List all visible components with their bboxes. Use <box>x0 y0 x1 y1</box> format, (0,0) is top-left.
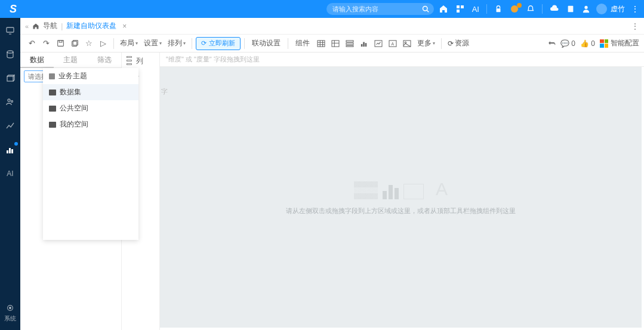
refresh-button[interactable]: ⟳立即刷新 <box>196 37 241 50</box>
arrange-dropdown[interactable]: 排列▾ <box>165 37 188 50</box>
svg-rect-25 <box>346 43 353 45</box>
resource-button[interactable]: ⟳资源 <box>445 37 472 50</box>
component-button[interactable]: 组件 <box>292 38 313 48</box>
star-icon[interactable]: ☆ <box>82 37 95 50</box>
nav-ai-icon[interactable]: AI <box>2 166 18 181</box>
svg-point-12 <box>11 101 13 103</box>
folder-icon <box>49 106 56 112</box>
svg-rect-6 <box>568 6 574 13</box>
svg-rect-2 <box>461 5 464 8</box>
tab-close-icon[interactable]: × <box>122 22 127 30</box>
ai-icon[interactable]: AI <box>472 5 479 14</box>
widget-table-icon[interactable] <box>315 37 328 50</box>
user-area[interactable]: 虚竹 <box>596 4 625 14</box>
nav-monitor-icon[interactable] <box>2 23 18 38</box>
share-icon[interactable] <box>566 5 575 13</box>
link-settings-button[interactable]: 联动设置 <box>248 38 284 48</box>
widget-kpi-icon[interactable] <box>372 37 385 50</box>
svg-rect-28 <box>363 42 365 47</box>
crumb-nav[interactable]: 导航 <box>43 21 57 31</box>
canvas-hint: 请从左侧双击或拖拽字段到上方区域或这里，或者从顶部工具栏拖拽组件到这里 <box>286 206 516 215</box>
widget-list-icon[interactable] <box>343 37 356 50</box>
more-icon[interactable]: ⋮ <box>631 4 639 14</box>
alert-icon[interactable] <box>510 4 519 14</box>
undo-icon[interactable]: ↶ <box>25 37 38 50</box>
logo[interactable]: S <box>5 1 21 17</box>
tab-data[interactable]: 数据 <box>20 53 54 68</box>
bell-icon[interactable] <box>526 5 535 13</box>
comment-count[interactable]: 💬 0 <box>560 39 575 48</box>
canvas[interactable]: A 请从左侧双击或拖拽字段到上方区域或这里，或者从顶部工具栏拖拽组件到这里 <box>160 67 642 328</box>
svg-rect-10 <box>7 76 13 81</box>
nav-db-icon[interactable] <box>2 47 18 62</box>
nav-people-icon[interactable] <box>2 94 18 110</box>
username: 虚竹 <box>611 4 625 14</box>
redo-icon[interactable]: ↷ <box>39 37 53 50</box>
svg-rect-29 <box>365 43 367 47</box>
cloud-icon[interactable] <box>550 5 559 13</box>
play-icon[interactable]: ▷ <box>97 37 110 50</box>
dataset-tree-popup: 业务主题 数据集 公共空间 我的空间 <box>43 68 138 240</box>
folder-icon <box>49 122 56 128</box>
tree-public-space[interactable]: 公共空间 <box>43 100 138 116</box>
home-icon[interactable] <box>32 23 39 30</box>
user-icon[interactable] <box>582 5 590 13</box>
widget-image-icon[interactable] <box>400 37 414 50</box>
topbar: S AI 虚竹 ⋮ <box>0 0 644 18</box>
breadcrumb: « 导航 | 新建自助仪表盘 × ⋮ <box>20 18 644 35</box>
svg-rect-4 <box>497 8 501 12</box>
config-col[interactable]: ⫿⫿⫿ 列 <box>122 53 159 69</box>
smart-config-button[interactable]: 智能配置 <box>600 38 639 48</box>
save-icon[interactable] <box>54 37 67 50</box>
left-panel-tabs: 数据 主题 筛选 <box>20 53 121 68</box>
nav-cube-icon[interactable] <box>2 70 18 86</box>
side-tag: 字 <box>161 87 168 96</box>
widget-text-icon[interactable]: A <box>386 37 399 50</box>
home-icon[interactable] <box>439 4 448 14</box>
settings-dropdown[interactable]: 设置▾ <box>141 37 164 50</box>
tree-business-topic[interactable]: 业务主题 <box>43 68 138 84</box>
nav-bar-chart-icon[interactable] <box>2 142 18 158</box>
lock-icon[interactable] <box>494 5 503 13</box>
svg-rect-13 <box>7 150 8 153</box>
canvas-wrapper: "维度" 或 "度量" 字段拖拽到这里 A 请从左侧双击或拖拽字段到上方区域或这… <box>160 53 644 330</box>
nav-line-chart-icon[interactable] <box>2 118 18 134</box>
drop-hint-bar[interactable]: "维度" 或 "度量" 字段拖拽到这里 <box>160 53 644 67</box>
save-as-icon[interactable] <box>68 37 81 50</box>
tree-my-space[interactable]: 我的空间 <box>43 116 138 132</box>
svg-rect-26 <box>346 45 353 47</box>
folder-icon <box>49 90 56 95</box>
node-icon <box>49 73 55 79</box>
svg-point-34 <box>405 42 406 44</box>
avatar <box>596 4 607 14</box>
global-search-input[interactable] <box>326 3 434 15</box>
widget-bar-chart-icon[interactable] <box>358 37 371 50</box>
svg-rect-18 <box>57 41 63 47</box>
tab-theme[interactable]: 主题 <box>54 53 87 68</box>
svg-rect-8 <box>7 27 14 32</box>
svg-point-7 <box>584 6 587 9</box>
svg-point-0 <box>423 7 427 11</box>
svg-rect-27 <box>361 44 363 46</box>
crumb-current[interactable]: 新建自助仪表盘 <box>66 21 116 31</box>
svg-rect-23 <box>332 40 339 46</box>
svg-rect-3 <box>457 10 460 13</box>
svg-point-11 <box>8 99 10 101</box>
nav-system[interactable]: 系统 <box>4 304 16 323</box>
more-dropdown[interactable]: 更多▾ <box>415 37 437 50</box>
tab-filter[interactable]: 筛选 <box>88 53 121 68</box>
svg-rect-24 <box>346 40 353 42</box>
svg-rect-15 <box>11 149 13 153</box>
layout-dropdown[interactable]: 布局▾ <box>118 37 140 50</box>
widget-crosstab-icon[interactable] <box>329 37 342 50</box>
palette-icon[interactable] <box>455 4 465 14</box>
like-count[interactable]: 👍 0 <box>580 39 595 48</box>
toolbar-share-icon[interactable]: ⮪ <box>549 39 556 48</box>
topbar-icons: AI <box>439 4 590 14</box>
search-icon[interactable] <box>422 5 429 13</box>
crumb-more-icon[interactable]: ⋮ <box>631 21 639 31</box>
tree-dataset[interactable]: 数据集 <box>43 84 138 100</box>
svg-rect-19 <box>59 41 62 42</box>
svg-rect-1 <box>457 5 460 8</box>
svg-rect-22 <box>318 40 325 46</box>
